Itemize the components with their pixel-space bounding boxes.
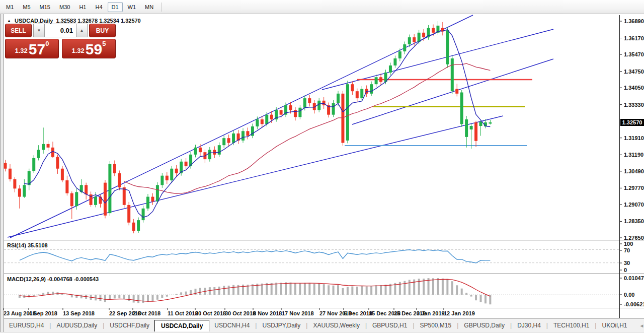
macd-histogram-bar — [385, 285, 387, 295]
macd-histogram-bar — [185, 292, 187, 295]
tab-eurusd-h4[interactable]: EURUSD,H4 — [4, 320, 49, 331]
macd-histogram-bar — [356, 287, 358, 295]
macd-histogram-bar — [361, 286, 363, 295]
rsi-line — [20, 250, 491, 263]
macd-histogram-bar — [275, 283, 277, 295]
macd-histogram-bar — [442, 279, 444, 295]
macd-indicator-label: MACD(12,26,9) -0.004768 -0.000543 — [7, 276, 99, 282]
collapse-triangle-icon[interactable]: ▲ — [7, 19, 11, 23]
macd-histogram-bar — [218, 287, 220, 295]
rsi-panel-splitter[interactable] — [4, 240, 644, 241]
macd-histogram-bar — [294, 283, 296, 295]
macd-histogram-bar — [323, 284, 325, 295]
price-axis-label: 1.36890 — [624, 18, 644, 24]
date-axis-label: 17 Nov 2018 — [282, 310, 314, 316]
macd-histogram-bar — [80, 295, 83, 298]
macd-panel-splitter[interactable] — [4, 273, 644, 274]
tab-scroll-controls: ◄► — [639, 323, 644, 328]
macd-histogram-bar — [114, 295, 116, 298]
chart-tab-bar: EURUSD,H4|AUDUSD,Daily|USDCHF,DailyUSDCA… — [4, 319, 644, 332]
tab-dj30-h4[interactable]: DJ30,H4 — [512, 320, 546, 331]
macd-histogram-bar — [366, 286, 368, 295]
price-axis-label: 1.35470 — [624, 51, 644, 57]
macd-histogram-bar — [451, 281, 453, 295]
tab-usdcad-daily[interactable]: USDCAD,Daily — [154, 320, 209, 331]
macd-histogram-bar — [104, 295, 106, 302]
rsi-axis-label: 100 — [624, 241, 633, 247]
macd-histogram-bar — [333, 286, 335, 295]
rsi-axis-label: 30 — [624, 260, 630, 266]
tab-sp500-m15[interactable]: SP500,M15 — [415, 320, 457, 331]
macd-histogram-bar — [475, 295, 477, 300]
price-axis-label: 1.31910 — [624, 135, 644, 141]
macd-histogram-bar — [432, 278, 434, 295]
macd-histogram-bar — [199, 288, 201, 295]
macd-histogram-bar — [137, 295, 139, 303]
macd-histogram-bar — [271, 283, 273, 295]
volume-decrease-button[interactable]: ▼ — [33, 24, 45, 37]
date-axis-separator — [4, 308, 644, 308]
chart-bottom-border — [4, 318, 644, 318]
tab-tech100-h1[interactable]: TECH100,H1 — [548, 320, 594, 331]
volume-field[interactable]: 0.01 — [45, 24, 76, 37]
macd-histogram-bar — [166, 295, 168, 297]
date-axis-label: 13 Sep 2018 — [63, 310, 95, 316]
macd-histogram-bar — [375, 285, 377, 295]
sell-price-display[interactable]: 1.32 57 0 — [5, 39, 59, 58]
macd-histogram-bar — [299, 283, 301, 295]
volume-increase-button[interactable]: ▲ — [76, 24, 88, 37]
macd-histogram-bar — [161, 295, 163, 298]
macd-histogram-bar — [328, 285, 330, 295]
chart-ohlc-values: 1.32583 1.32678 1.32534 1.32570 — [56, 18, 141, 24]
macd-histogram-bar — [308, 283, 310, 295]
macd-histogram-bar — [351, 286, 353, 295]
chevron-up-icon: ▲ — [80, 28, 84, 33]
tab-ukoil-h1[interactable]: UKOil,H1 — [597, 320, 632, 331]
buy-price-display[interactable]: 1.32 59 5 — [62, 39, 116, 58]
macd-histogram-bar — [213, 287, 215, 295]
macd-histogram-bar — [66, 295, 68, 295]
macd-histogram-bar — [342, 288, 344, 295]
macd-histogram-bar — [228, 286, 230, 295]
rsi-indicator-label: RSI(14) 35.5108 — [7, 242, 48, 248]
volume-stepper: ▼ 0.01 ▲ — [33, 24, 88, 37]
macd-histogram-bar — [171, 295, 173, 295]
price-axis-label: 1.36170 — [624, 35, 644, 41]
macd-histogram-bar — [123, 295, 125, 299]
sell-button[interactable]: SELL — [5, 24, 32, 37]
date-axis-label: 12 Jan 2019 — [444, 310, 475, 316]
price-axis-border — [619, 15, 620, 318]
tab-gbpusd-h1[interactable]: GBPUSD,H1 — [367, 320, 412, 331]
macd-histogram-bar — [485, 295, 487, 303]
price-axis-label: 1.33330 — [624, 102, 644, 108]
tab-xauusd-weekly[interactable]: XAUUSD,Weekly — [308, 320, 364, 331]
macd-histogram-bar — [180, 292, 182, 295]
tab-usdjpy-daily[interactable]: USDJPY,Daily — [257, 320, 305, 331]
macd-histogram-bar — [409, 280, 411, 295]
price-axis-label: 1.34050 — [624, 85, 644, 91]
macd-histogram-bar — [280, 283, 282, 295]
mt4-terminal: { "toolbar": { "timeframes": ["M1","M5",… — [0, 0, 644, 333]
tab-audusd-daily[interactable]: AUDUSD,Daily — [51, 320, 102, 331]
current-price-tag: 1.32570 — [620, 119, 644, 126]
price-axis-label: 1.34750 — [624, 69, 644, 75]
tab-scroll-left-icon[interactable]: ◄ — [639, 323, 644, 328]
macd-histogram-bar — [465, 293, 467, 295]
macd-axis-label: -0.006218 — [624, 301, 644, 307]
tab-usdcnh-h4[interactable]: USDCNH,H4 — [209, 320, 255, 331]
sell-price-small: 1.32 — [15, 46, 28, 56]
macd-histogram-bar — [313, 284, 315, 295]
date-axis-label: 11 Oct 2018 — [168, 310, 198, 316]
buy-button[interactable]: BUY — [89, 24, 116, 37]
macd-histogram-bar — [480, 295, 482, 302]
buy-price-small: 1.32 — [72, 46, 85, 56]
tab-usdchf-daily[interactable]: USDCHF,Daily — [105, 320, 154, 331]
macd-axis-label: 0.010474 — [624, 275, 644, 281]
macd-histogram-bar — [437, 278, 439, 295]
macd-histogram-bar — [347, 287, 349, 295]
macd-histogram-bar — [337, 285, 339, 295]
date-axis-label: 3 Jan 2019 — [417, 310, 445, 316]
chart-symbol: USDCAD,Daily — [15, 18, 53, 24]
macd-histogram-bar — [461, 289, 463, 295]
tab-gbpusd-daily[interactable]: GBPUSD,Daily — [459, 320, 510, 331]
